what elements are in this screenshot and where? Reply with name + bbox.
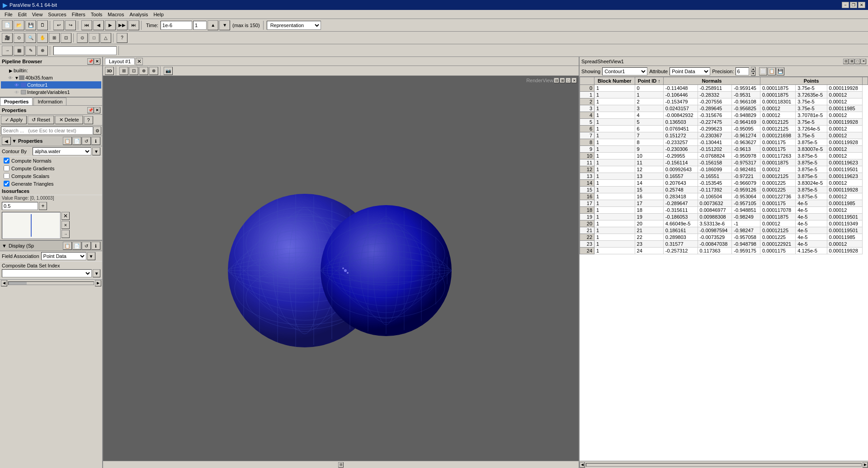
iso-arrow-btn[interactable]: → — [61, 230, 70, 238]
time-down-button[interactable]: ▼ — [219, 20, 230, 30]
contour-by-more-btn[interactable]: ▼ — [92, 147, 100, 155]
properties-pin-button[interactable]: 📌 — [87, 107, 94, 113]
showing-select[interactable]: Contour1 — [602, 67, 647, 75]
restore-button[interactable]: ❐ — [850, 2, 857, 8]
expand-icon-foam[interactable]: ▼ — [14, 75, 19, 80]
ss-save-btn[interactable]: 💾 — [776, 67, 784, 75]
display-info-btn[interactable]: ℹ — [91, 242, 100, 250]
render-close-btn[interactable]: ✕ — [571, 78, 577, 83]
pipeline-pin-button[interactable]: 📌 — [87, 58, 94, 65]
vector-btn[interactable]: → — [2, 46, 13, 56]
display-reset-btn[interactable]: ↺ — [82, 242, 91, 250]
play-button[interactable]: ▶ — [105, 20, 116, 30]
iso-add-btn[interactable]: + — [39, 202, 47, 210]
filter-polygon-btn[interactable]: △ — [100, 33, 111, 43]
next-frame-button[interactable]: ⏭ — [128, 20, 139, 30]
render-split-v-btn[interactable]: ⊞ — [560, 78, 565, 83]
visibility-icon-integrate[interactable]: 👁 — [14, 89, 20, 95]
precision-up-btn[interactable]: ▲ — [751, 67, 755, 71]
render-3d-btn[interactable]: 3D — [105, 67, 114, 75]
props-copy-btn[interactable]: 📋 — [63, 137, 72, 145]
save-state-button[interactable]: 🗒 — [37, 20, 48, 30]
composite-more-btn[interactable]: ▼ — [93, 269, 100, 277]
reset-button[interactable]: ↺ Reset — [28, 116, 54, 124]
undo-button[interactable]: ↩ — [53, 20, 64, 30]
tree-item-integrate[interactable]: 👁 IntegrateVariables1 — [1, 89, 101, 96]
ss-max-btn[interactable]: □ — [855, 59, 860, 64]
ss-scroll-right[interactable]: ▶ — [863, 462, 868, 468]
tab-properties[interactable]: Properties — [0, 98, 33, 105]
visibility-icon-contour1[interactable]: 👁 — [14, 82, 20, 88]
filter-select-btn[interactable]: ⊙ — [77, 33, 88, 43]
ss-scrollbar-h[interactable] — [586, 463, 862, 467]
filter-box-btn[interactable]: □ — [89, 33, 99, 43]
render-zoom-btn[interactable]: ⊡ — [129, 67, 138, 75]
search-field[interactable] — [53, 46, 117, 55]
render-camera-btn[interactable]: 📷 — [164, 67, 173, 75]
menu-file[interactable]: File — [2, 11, 15, 18]
orient-axes-btn[interactable]: ⊕ — [37, 46, 48, 56]
prev-frame-button[interactable]: ⏮ — [81, 20, 92, 30]
attribute-select[interactable]: Point Data Cell Data — [670, 67, 710, 75]
visibility-icon-builtin[interactable] — [2, 67, 8, 74]
ss-split-v-btn[interactable]: ⊞ — [849, 59, 854, 64]
tree-item-contour1[interactable]: 👁 Contour1 — [1, 81, 101, 89]
props-search-button[interactable]: ⚙ — [93, 126, 101, 135]
ss-copy-btn[interactable]: 📋 — [768, 67, 776, 75]
display-section-header[interactable]: ▼ Display (Sp 📋 📄 ↺ ℹ — [0, 241, 102, 251]
spreadsheet-table-container[interactable]: Block Number Point ID ↑ Normals Points 0… — [580, 77, 868, 461]
checkbox-scalars[interactable] — [4, 173, 9, 179]
scroll-right-btn[interactable]: ▶ — [95, 280, 101, 286]
scalar-bar-btn[interactable]: ▦ — [14, 46, 24, 56]
col-header-pointid[interactable]: Point ID ↑ — [635, 77, 663, 85]
new-button[interactable]: 📄 — [2, 20, 13, 30]
display-paste-btn[interactable]: 📄 — [72, 242, 81, 250]
field-assoc-more-btn[interactable]: ▼ — [87, 252, 95, 260]
menu-help[interactable]: Help — [151, 11, 166, 18]
close-button[interactable]: ✕ — [858, 2, 865, 8]
iso-handle[interactable] — [31, 214, 32, 237]
zoom-btn[interactable]: 🔍 — [25, 33, 36, 43]
help-button[interactable]: ? — [84, 116, 93, 124]
render-reset-btn[interactable]: ⊞ — [119, 67, 128, 75]
props-paste-btn[interactable]: 📄 — [72, 137, 81, 145]
prev-step-button[interactable]: ◀ — [93, 20, 104, 30]
tab-information[interactable]: Information — [33, 98, 66, 105]
view-resize-btn[interactable]: ⊟ — [338, 462, 344, 468]
time-up-button[interactable]: ▲ — [208, 20, 218, 30]
checkbox-gradients[interactable] — [4, 165, 9, 171]
precision-input[interactable] — [736, 67, 749, 75]
add-layout-btn[interactable]: ✕ — [136, 58, 143, 65]
menu-filters[interactable]: Filters — [69, 11, 88, 18]
render-split-h-btn[interactable]: ⊟ — [554, 78, 559, 83]
expand-icon-builtin[interactable]: ▶ — [9, 68, 14, 73]
time-input[interactable] — [160, 21, 192, 30]
iso-x-btn[interactable]: × — [61, 221, 70, 229]
pipeline-close-button[interactable]: ✕ — [94, 58, 100, 65]
iso-slider[interactable] — [2, 212, 61, 239]
properties-close-button[interactable]: ✕ — [94, 107, 100, 113]
layout-tab-1[interactable]: Layout #1 — [105, 58, 135, 65]
checkbox-triangles[interactable] — [4, 181, 9, 187]
render-orient-btn[interactable]: ⊕ — [139, 67, 148, 75]
redo-button[interactable]: ↪ — [65, 20, 76, 30]
props-search-input[interactable] — [1, 126, 93, 135]
apply-button[interactable]: ✓ Apply — [1, 116, 27, 124]
precision-down-btn[interactable]: ▼ — [751, 71, 755, 76]
ss-export-btn[interactable]: ⬜ — [759, 67, 767, 75]
reset-camera-btn[interactable]: ⊞ — [49, 33, 60, 43]
open-button[interactable]: 📂 — [14, 20, 24, 30]
menu-edit[interactable]: Edit — [15, 11, 29, 18]
menu-macros[interactable]: Macros — [105, 11, 127, 18]
time-step-input[interactable] — [193, 21, 207, 30]
tree-item-foam[interactable]: 👁 ▼ 40bi35.foam — [1, 74, 101, 81]
composite-select[interactable] — [2, 269, 92, 277]
contour-by-select[interactable]: alpha.water — [33, 147, 91, 155]
menu-sources[interactable]: Sources — [45, 11, 69, 18]
props-reset-btn[interactable]: ↺ — [82, 137, 91, 145]
annotation-btn[interactable]: ✎ — [25, 46, 36, 56]
props-section-lock-btn[interactable]: ◀ — [2, 137, 11, 145]
fit-all-btn[interactable]: ⊡ — [61, 33, 71, 43]
precision-spinner[interactable]: ▲ ▼ — [751, 67, 755, 76]
representation-select[interactable]: Representation Surface Wireframe Points … — [267, 21, 321, 30]
